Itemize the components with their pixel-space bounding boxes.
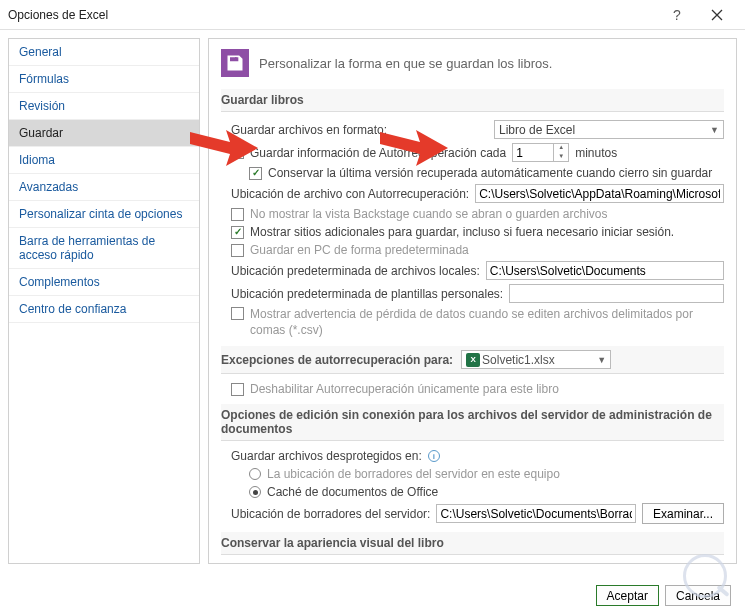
radio-server-drafts-label: La ubicación de borradores del servidor …	[267, 467, 560, 481]
dialog-footer: Aceptar Cancela	[596, 585, 731, 606]
sidebar-item-barra-acceso-rapido[interactable]: Barra de herramientas de acceso rápido	[9, 228, 199, 269]
sidebar-item-idioma[interactable]: Idioma	[9, 147, 199, 174]
panel-header: Personalizar la forma en que se guardan …	[221, 49, 724, 77]
info-icon[interactable]: i	[428, 450, 440, 462]
format-select[interactable]: Libro de Excel ▼	[494, 120, 724, 139]
section-appearance: Conservar la apariencia visual del libro	[221, 532, 724, 555]
save-unprotected-label: Guardar archivos desprotegidos en:	[231, 449, 422, 463]
drafts-path-input[interactable]	[436, 504, 636, 523]
disable-autorecover-label: Deshabilitar Autorrecuperación únicament…	[250, 382, 559, 396]
autosave-unit: minutos	[575, 146, 617, 160]
svg-rect-0	[235, 57, 237, 60]
excepciones-workbook: Solvetic1.xlsx	[482, 353, 555, 367]
format-value: Libro de Excel	[499, 123, 575, 137]
radio-office-cache-label: Caché de documentos de Office	[267, 485, 438, 499]
chevron-down-icon: ▼	[597, 355, 606, 365]
show-additional-label: Mostrar sitios adicionales para guardar,…	[250, 225, 674, 239]
autorecover-path-label: Ubicación de archivo con Autorrecuperaci…	[231, 187, 469, 201]
help-button[interactable]: ?	[657, 1, 697, 29]
excel-file-icon: X	[466, 353, 480, 367]
no-backstage-checkbox[interactable]	[231, 208, 244, 221]
spin-up[interactable]: ▲	[554, 144, 568, 153]
keep-last-label: Conservar la última versión recuperada a…	[268, 166, 712, 180]
no-backstage-label: No mostrar la vista Backstage cuando se …	[250, 207, 608, 221]
titlebar: Opciones de Excel ?	[0, 0, 745, 30]
autosave-minutes-input[interactable]	[513, 144, 553, 161]
panel-header-text: Personalizar la forma en que se guardan …	[259, 56, 552, 71]
autosave-checkbox[interactable]	[231, 146, 244, 159]
local-files-input[interactable]	[486, 261, 724, 280]
section-guardar-libros: Guardar libros	[221, 89, 724, 112]
save-pc-default-label: Guardar en PC de forma predeterminada	[250, 243, 469, 257]
autosave-minutes-spinner[interactable]: ▲▼	[512, 143, 569, 162]
cancel-button[interactable]: Cancela	[665, 585, 731, 606]
local-files-label: Ubicación predeterminada de archivos loc…	[231, 264, 480, 278]
excepciones-workbook-select[interactable]: XSolvetic1.xlsx ▼	[461, 350, 611, 369]
disable-autorecover-checkbox[interactable]	[231, 383, 244, 396]
sidebar-item-complementos[interactable]: Complementos	[9, 269, 199, 296]
autorecover-path-input[interactable]	[475, 184, 724, 203]
close-button[interactable]	[697, 1, 737, 29]
sidebar-item-revision[interactable]: Revisión	[9, 93, 199, 120]
autosave-label: Guardar información de Autorrecuperación…	[250, 146, 506, 160]
spin-down[interactable]: ▼	[554, 153, 568, 162]
accept-button[interactable]: Aceptar	[596, 585, 659, 606]
save-pc-default-checkbox[interactable]	[231, 244, 244, 257]
section-excepciones: Excepciones de autorrecuperación para: X…	[221, 346, 724, 374]
chevron-down-icon: ▼	[710, 125, 719, 135]
sidebar-item-avanzadas[interactable]: Avanzadas	[9, 174, 199, 201]
close-icon	[711, 9, 723, 21]
personal-templates-input[interactable]	[509, 284, 724, 303]
save-floppy-icon	[221, 49, 249, 77]
radio-server-drafts[interactable]	[249, 468, 261, 480]
excepciones-title: Excepciones de autorrecuperación para:	[221, 353, 453, 367]
keep-last-checkbox[interactable]	[249, 167, 262, 180]
csv-warning-checkbox[interactable]	[231, 307, 244, 320]
sidebar-item-personalizar-cinta[interactable]: Personalizar cinta de opciones	[9, 201, 199, 228]
sidebar-item-guardar[interactable]: Guardar	[9, 120, 199, 147]
personal-templates-label: Ubicación predeterminada de plantillas p…	[231, 287, 503, 301]
category-sidebar: General Fórmulas Revisión Guardar Idioma…	[8, 38, 200, 564]
main-panel[interactable]: Personalizar la forma en que se guardan …	[208, 38, 737, 564]
browse-button[interactable]: Examinar...	[642, 503, 724, 524]
sidebar-item-centro-confianza[interactable]: Centro de confianza	[9, 296, 199, 323]
sidebar-item-formulas[interactable]: Fórmulas	[9, 66, 199, 93]
window-title: Opciones de Excel	[8, 8, 657, 22]
format-label: Guardar archivos en formato:	[231, 123, 387, 137]
section-offline: Opciones de edición sin conexión para lo…	[221, 404, 724, 441]
csv-warning-label: Mostrar advertencia de pérdida de datos …	[250, 307, 724, 338]
drafts-path-label: Ubicación de borradores del servidor:	[231, 507, 430, 521]
sidebar-item-general[interactable]: General	[9, 39, 199, 66]
radio-office-cache[interactable]	[249, 486, 261, 498]
show-additional-checkbox[interactable]	[231, 226, 244, 239]
